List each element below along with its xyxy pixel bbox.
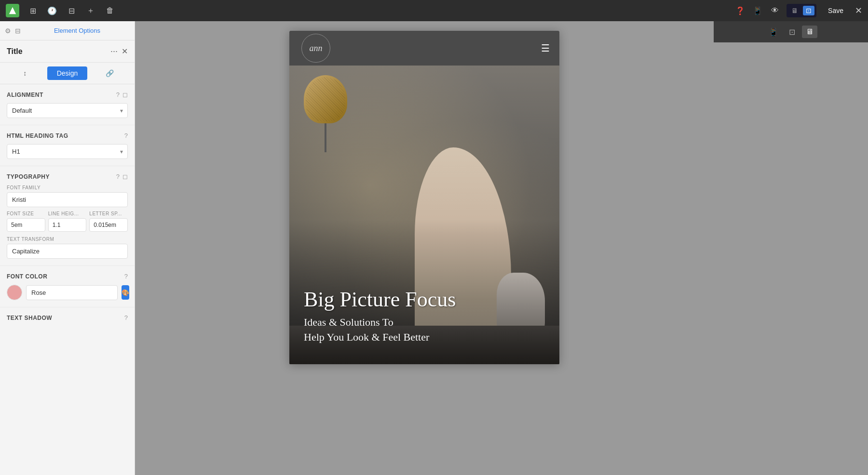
close-button[interactable]: ✕ [855, 5, 862, 16]
right-mobile-view[interactable]: 📱 [765, 26, 782, 39]
settings-icon[interactable]: ⊟ [66, 5, 77, 16]
heading-tag-icons: ? [124, 132, 128, 139]
alignment-select[interactable]: Default Left Center Right [7, 103, 128, 118]
heading-tag-section-header: HTML Heading Tag ? [7, 132, 128, 139]
typography-reset-icon[interactable]: ◻ [122, 173, 128, 180]
panel-top-bar: ⚙ ⊟ Element Options [0, 21, 135, 40]
color-picker-button[interactable]: 🎨 [122, 285, 129, 300]
text-shadow-label: Text Shadow [7, 315, 52, 321]
hero-subtitle: Ideas & Solutions To Help You Look & Fee… [304, 315, 545, 345]
alignment-reset-icon[interactable]: ◻ [122, 91, 128, 98]
heading-tag-select-wrapper: H1 H2 H3 [7, 144, 128, 159]
sliders-icon[interactable]: ⊟ [15, 27, 21, 35]
font-size-input[interactable] [7, 218, 45, 232]
text-shadow-header: Text Shadow ? [7, 314, 128, 321]
font-color-help-icon[interactable]: ? [124, 273, 128, 280]
right-panel-area: 📱 ⊡ 🖥 [714, 21, 868, 475]
site-nav: ann ☰ [289, 31, 559, 66]
alignment-help-icon[interactable]: ? [116, 91, 120, 98]
lamp-decoration [299, 75, 352, 152]
panel-tabs: ↕ Design 🔗 [0, 63, 135, 84]
line-height-input[interactable] [48, 218, 87, 232]
font-size-col: FONT SIZE [7, 211, 45, 232]
typography-metrics-row: FONT SIZE LINE HEIG... LETTER SP... [7, 211, 128, 232]
text-transform-wrapper: TEXT TRANSFORM [7, 237, 128, 259]
panel-title: Title [7, 47, 23, 56]
toolbar-right: ❓ 📱 👁 🖥 ⊡ Save ✕ [734, 4, 862, 17]
gear-icon[interactable]: ⚙ [5, 27, 11, 35]
site-logo: ann [299, 31, 333, 65]
letter-spacing-label: LETTER SP... [89, 211, 128, 216]
hamburger-menu[interactable]: ☰ [541, 42, 550, 54]
alignment-label: Alignment [7, 92, 43, 98]
color-row: 🎨 [7, 285, 128, 300]
hero-content: Big Picture Focus Ideas & Solutions To H… [304, 288, 545, 345]
save-button[interactable]: Save [822, 5, 849, 16]
history-icon[interactable]: 🕐 [46, 5, 58, 16]
heading-help-icon[interactable]: ? [124, 132, 128, 139]
line-height-label: LINE HEIG... [48, 211, 87, 216]
font-color-label: Font Color [7, 273, 47, 280]
lamp-stand [325, 123, 326, 152]
font-color-section: Font Color ? 🎨 [0, 266, 135, 307]
alignment-section: Alignment ? ◻ Default Left Center Right [0, 84, 135, 125]
lamp-body [304, 75, 347, 123]
website-preview: ann ☰ [289, 31, 559, 364]
text-transform-input[interactable] [7, 244, 128, 259]
alignment-section-icons: ? ◻ [116, 91, 128, 98]
tab-design[interactable]: Design [47, 66, 88, 80]
typography-section: Typography ? ◻ FONT FAMILY FONT SIZE LIN… [0, 166, 135, 266]
alignment-section-header: Alignment ? ◻ [7, 91, 128, 98]
typography-header: Typography ? ◻ [7, 173, 128, 180]
panel-header: Title ··· ✕ [0, 40, 135, 63]
tab-link[interactable]: 🔗 [89, 66, 130, 80]
main-area: ⚙ ⊟ Element Options Title ··· ✕ ↕ Design… [0, 21, 868, 475]
site-logo-circle: ann [301, 34, 330, 63]
line-height-col: LINE HEIG... [48, 211, 87, 232]
text-shadow-section: Text Shadow ? [0, 307, 135, 328]
typography-help-icon[interactable]: ? [116, 173, 120, 180]
template-icon[interactable]: ⊞ [27, 5, 39, 16]
font-family-label: FONT FAMILY [7, 185, 128, 190]
preview-icon[interactable]: 👁 [769, 5, 781, 16]
app-logo[interactable] [6, 4, 19, 17]
letter-spacing-input[interactable] [89, 218, 128, 232]
svg-marker-0 [9, 7, 16, 14]
text-shadow-help-icon[interactable]: ? [124, 314, 128, 321]
color-name-input[interactable] [26, 285, 118, 300]
font-color-icons: ? [124, 273, 128, 280]
device-toggle-group: 🖥 ⊡ [787, 4, 816, 17]
hero-script-title: Big Picture Focus [304, 288, 545, 311]
top-toolbar: ⊞ 🕐 ⊟ ＋ 🗑 ❓ 📱 👁 🖥 ⊡ Save ✕ [0, 0, 868, 21]
typography-icons: ? ◻ [116, 173, 128, 180]
page-icon[interactable]: ⊡ [803, 6, 814, 15]
toolbar-left: ⊞ 🕐 ⊟ ＋ 🗑 [6, 4, 116, 17]
panel-close-button[interactable]: ✕ [122, 47, 128, 56]
color-swatch[interactable] [7, 285, 22, 300]
heading-tag-select[interactable]: H1 H2 H3 [7, 144, 128, 159]
canvas-area: ann ☰ [135, 21, 714, 475]
panel-more-button[interactable]: ··· [110, 46, 118, 56]
panel-header-actions: ··· ✕ [110, 46, 128, 56]
right-device-toolbar: 📱 ⊡ 🖥 [714, 21, 868, 42]
hero-subtitle-line1: Ideas & Solutions To [304, 316, 393, 328]
font-size-label: FONT SIZE [7, 211, 45, 216]
heading-tag-label: HTML Heading Tag [7, 132, 68, 139]
trash-icon[interactable]: 🗑 [104, 5, 116, 16]
desktop-icon[interactable]: 🖥 [788, 6, 801, 15]
letter-spacing-col: LETTER SP... [89, 211, 128, 232]
heading-tag-section: HTML Heading Tag ? H1 H2 H3 [0, 125, 135, 166]
font-family-input[interactable] [7, 192, 128, 207]
font-color-header: Font Color ? [7, 273, 128, 280]
right-desktop-view[interactable]: 🖥 [802, 26, 817, 38]
text-transform-label: TEXT TRANSFORM [7, 237, 128, 242]
alignment-select-wrapper: Default Left Center Right [7, 103, 128, 118]
help-icon[interactable]: ❓ [734, 5, 746, 16]
left-panel: ⚙ ⊟ Element Options Title ··· ✕ ↕ Design… [0, 21, 135, 475]
site-logo-text: ann [310, 43, 323, 53]
hero-subtitle-line2: Help You Look & Feel Better [304, 331, 429, 343]
add-icon[interactable]: ＋ [85, 5, 96, 16]
right-tablet-view[interactable]: ⊡ [785, 26, 799, 39]
mobile-icon[interactable]: 📱 [752, 5, 763, 16]
tab-layout[interactable]: ↕ [5, 66, 45, 80]
